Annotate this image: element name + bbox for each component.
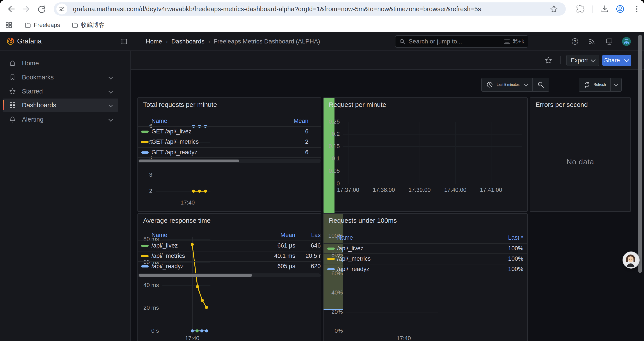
legend-scrollbar[interactable] xyxy=(138,273,321,277)
x-axis-tick: 17:39:00 xyxy=(401,187,438,193)
zoom-out-button[interactable] xyxy=(533,78,549,91)
legend-column-header[interactable]: Name xyxy=(152,118,167,124)
gridline-h xyxy=(156,175,210,175)
sidebar-item-dashboards[interactable]: Dashboards xyxy=(3,99,118,112)
site-info-icon[interactable] xyxy=(56,4,67,15)
screen: grafana.mathmast.com/d/deytv4rwavabkb/fr… xyxy=(0,0,644,341)
bookmark-folder[interactable]: Freeleaps xyxy=(24,20,60,30)
gridline-h xyxy=(343,184,522,184)
chevron-down-icon[interactable] xyxy=(109,116,112,123)
legend-series-name[interactable]: /api/_metrics xyxy=(337,255,371,262)
legend-swatch[interactable] xyxy=(141,265,148,267)
gridline-h xyxy=(346,312,438,312)
refresh-control[interactable]: Refresh xyxy=(579,78,622,92)
legend-swatch[interactable] xyxy=(141,131,148,133)
share-dropdown-chevron[interactable] xyxy=(622,55,631,66)
page-scrollbar[interactable] xyxy=(638,35,642,273)
share-button-label[interactable]: Share xyxy=(602,55,622,66)
legend-value: 100% xyxy=(508,266,523,272)
panel-title[interactable]: Requests under 100ms xyxy=(329,217,397,224)
search-input[interactable]: Search or jump to... ⌘+k xyxy=(395,35,528,48)
user-avatar[interactable] xyxy=(622,37,631,47)
legend-column-header[interactable]: Mean xyxy=(294,118,308,124)
chevron-down-icon[interactable] xyxy=(109,88,112,95)
favorite-star-icon[interactable] xyxy=(544,56,552,65)
legend-series-name[interactable]: /api/_livez xyxy=(152,242,178,249)
legend-series-name[interactable]: GET /api/_livez xyxy=(152,128,192,135)
legend-column-header[interactable]: Last * xyxy=(508,234,523,241)
refresh-label: Refresh xyxy=(594,83,606,87)
y-axis-tick: 2 xyxy=(138,188,152,194)
sidebar-item-home[interactable]: Home xyxy=(3,57,118,70)
panel-title[interactable]: Total requests per minute xyxy=(143,101,217,108)
x-axis-tick: 17:40 xyxy=(172,199,203,206)
panel-title[interactable]: Average response time xyxy=(143,217,211,224)
legend-series-name[interactable]: /api/_livez xyxy=(337,245,364,252)
legend-swatch[interactable] xyxy=(141,255,148,257)
url-text[interactable]: grafana.mathmast.com/d/deytv4rwavabkb/fr… xyxy=(73,6,481,13)
reload-icon[interactable] xyxy=(37,4,46,15)
profile-icon[interactable] xyxy=(616,5,625,15)
chevron-down-icon[interactable] xyxy=(109,74,112,81)
legend-swatch[interactable] xyxy=(141,151,148,154)
chevron-down-icon[interactable] xyxy=(109,102,112,109)
panel-requests-under-100ms: Requests under 100ms100%80%60%40%20%0%17… xyxy=(323,213,528,341)
toolbar-divider xyxy=(592,6,593,13)
sidebar-item-bookmarks[interactable]: Bookmarks xyxy=(3,71,118,84)
dashboard-actions-bar: Export Share xyxy=(131,51,644,70)
share-button[interactable]: Share xyxy=(602,55,631,66)
breadcrumb-item[interactable]: Home xyxy=(146,38,162,45)
legend-swatch[interactable] xyxy=(141,245,148,247)
time-range-picker[interactable]: Last 5 minutes xyxy=(481,78,549,92)
assistant-avatar[interactable] xyxy=(622,251,640,269)
legend-swatch[interactable] xyxy=(327,268,335,270)
address-bar[interactable]: grafana.mathmast.com/d/deytv4rwavabkb/fr… xyxy=(54,3,566,16)
back-icon[interactable] xyxy=(6,4,16,15)
breadcrumb-separator: › xyxy=(208,38,210,45)
bookmark-folder[interactable]: 收藏博客 xyxy=(72,20,104,30)
legend-scrollbar-thumb[interactable] xyxy=(139,160,239,162)
menu-dots-icon[interactable] xyxy=(632,5,641,15)
monitor-icon[interactable] xyxy=(605,32,613,51)
breadcrumb-item[interactable]: Dashboards xyxy=(172,38,204,45)
legend-swatch[interactable] xyxy=(141,141,148,143)
bookmark-star-icon[interactable] xyxy=(550,5,558,14)
news-rss-icon[interactable] xyxy=(588,32,596,51)
extensions-icon[interactable] xyxy=(576,5,585,15)
refresh-button[interactable]: Refresh xyxy=(579,78,610,91)
x-axis-tick: 17:38:00 xyxy=(365,187,402,193)
refresh-interval-dropdown[interactable] xyxy=(611,78,621,91)
legend-column-header[interactable]: Name xyxy=(152,232,167,238)
gridline-h xyxy=(343,171,522,171)
sidebar-item-alerting[interactable]: Alerting xyxy=(3,113,118,126)
legend-series-name[interactable]: GET /api/_readyz xyxy=(152,149,198,156)
legend-swatch[interactable] xyxy=(327,258,335,260)
legend-scrollbar-thumb[interactable] xyxy=(139,274,252,277)
x-axis-tick: 17:41:00 xyxy=(472,187,510,193)
download-icon[interactable] xyxy=(600,5,609,15)
legend-column-header[interactable]: Name xyxy=(337,234,353,241)
sidebar-item-starred[interactable]: Starred xyxy=(3,85,118,98)
gridline-v xyxy=(404,235,404,333)
breadcrumb-item[interactable]: Freeleaps Metrics Dashboard (ALPHA) xyxy=(214,38,320,45)
legend-series-name[interactable]: /api/_readyz xyxy=(152,263,184,270)
panel-avg-response-time: Average response time80 ms60 ms40 ms20 m… xyxy=(138,213,321,341)
gridline-h xyxy=(346,331,438,331)
legend-column-header[interactable]: Las xyxy=(311,232,321,238)
legend-series-name[interactable]: GET /api/_metrics xyxy=(152,138,199,145)
legend-swatch[interactable] xyxy=(327,247,335,250)
forward-icon[interactable] xyxy=(22,4,31,15)
panel-title[interactable]: Errors per second xyxy=(536,101,588,108)
collapse-sidebar-icon[interactable] xyxy=(120,37,128,47)
legend-column-header[interactable]: Mean xyxy=(280,232,295,238)
grafana-logo[interactable] xyxy=(6,37,15,47)
legend-series-name[interactable]: /api/_readyz xyxy=(337,266,369,272)
legend-series-name[interactable]: /api/_metrics xyxy=(152,253,185,259)
panel-title[interactable]: Request per minute xyxy=(329,101,386,108)
gridline-h xyxy=(156,191,210,192)
legend-scrollbar[interactable] xyxy=(138,159,321,163)
apps-grid-icon[interactable] xyxy=(5,21,13,30)
export-button[interactable]: Export xyxy=(566,55,599,66)
browser-toolbar: grafana.mathmast.com/d/deytv4rwavabkb/fr… xyxy=(0,0,644,18)
help-icon[interactable]: ? xyxy=(571,32,579,51)
